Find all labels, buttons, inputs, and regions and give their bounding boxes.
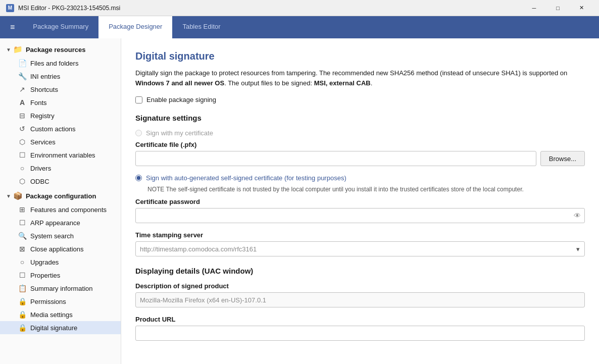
certificate-password-label: Certificate password bbox=[135, 198, 585, 205]
enable-signing-label[interactable]: Enable package signing bbox=[146, 96, 216, 103]
nav-tabs: Package Summary Package Designer Tables … bbox=[23, 16, 230, 38]
sidebar-item-services[interactable]: ⬡ Services bbox=[0, 135, 121, 148]
certificate-file-label: Certificate file (.pfx) bbox=[135, 141, 585, 148]
enable-signing-row: Enable package signing bbox=[135, 96, 585, 103]
sidebar-item-label: Custom actions bbox=[30, 125, 76, 133]
minimize-button[interactable]: ─ bbox=[523, 0, 545, 16]
registry-icon: ⊟ bbox=[18, 112, 26, 120]
sidebar-item-label: Shortcuts bbox=[30, 86, 58, 93]
sidebar-item-shortcuts[interactable]: ↗ Shortcuts bbox=[0, 83, 121, 96]
sidebar-item-ini-entries[interactable]: 🔧 INI entries bbox=[0, 70, 121, 83]
radio-row-my-certificate: Sign with my certificate bbox=[135, 129, 585, 137]
sidebar-item-label: Close applications bbox=[30, 245, 84, 253]
tab-package-summary[interactable]: Package Summary bbox=[23, 16, 98, 38]
sidebar-item-label: Permissions bbox=[30, 298, 66, 305]
app-icon: M bbox=[6, 4, 14, 12]
sidebar-item-digital-signature[interactable]: 🔒 Digital signature bbox=[0, 321, 121, 334]
sidebar-item-registry[interactable]: ⊟ Registry bbox=[0, 109, 121, 122]
sidebar-item-close-applications[interactable]: ⊠ Close applications bbox=[0, 242, 121, 255]
product-url-label: Product URL bbox=[135, 316, 585, 323]
window-controls: ─ □ ✕ bbox=[523, 0, 593, 16]
sidebar-item-files-and-folders[interactable]: 📄 Files and folders bbox=[0, 57, 121, 70]
sidebar-item-summary-information[interactable]: 📋 Summary information bbox=[0, 282, 121, 295]
sidebar-group-header-package-configuration[interactable]: ▼ 📦 Package configuration bbox=[0, 189, 121, 203]
sidebar-item-label: ODBC bbox=[30, 178, 49, 185]
permissions-icon: 🔒 bbox=[18, 297, 26, 305]
files-icon: 📄 bbox=[18, 59, 26, 67]
certificate-file-group: Certificate file (.pfx) Browse... bbox=[135, 141, 585, 166]
sidebar-item-label: System search bbox=[30, 232, 74, 240]
sidebar-item-odbc[interactable]: ⬡ ODBC bbox=[0, 175, 121, 188]
timestamp-server-group: Time stamping server ▾ bbox=[135, 231, 585, 256]
sidebar-item-properties[interactable]: ☐ Properties bbox=[0, 269, 121, 282]
sidebar-item-label: Services bbox=[30, 138, 56, 146]
product-url-input[interactable] bbox=[135, 326, 585, 341]
digital-signature-icon: 🔒 bbox=[18, 324, 26, 332]
sidebar-group-package-configuration: ▼ 📦 Package configuration ⊞ Features and… bbox=[0, 189, 121, 334]
enable-signing-checkbox[interactable] bbox=[135, 96, 142, 103]
media-icon: 🔒 bbox=[18, 310, 26, 319]
certificate-password-group: Certificate password 👁 bbox=[135, 198, 585, 223]
maximize-button[interactable]: □ bbox=[546, 0, 569, 16]
sidebar-group-label: Package resources bbox=[26, 46, 86, 54]
sidebar-group-label: Package configuration bbox=[26, 192, 96, 200]
description-signed-product-group: Description of signed product bbox=[135, 282, 585, 307]
tab-tables-editor[interactable]: Tables Editor bbox=[172, 16, 230, 38]
certificate-password-input[interactable] bbox=[135, 208, 585, 223]
upgrades-icon: ○ bbox=[18, 258, 26, 266]
sidebar-item-system-search[interactable]: 🔍 System search bbox=[0, 229, 121, 242]
sidebar-item-label: INI entries bbox=[30, 73, 60, 80]
sidebar-item-label: Properties bbox=[30, 272, 60, 279]
sidebar-item-arp-appearance[interactable]: ☐ ARP appearance bbox=[0, 216, 121, 229]
sidebar-item-drivers[interactable]: ○ Drivers bbox=[0, 162, 121, 175]
sidebar-item-label: Drivers bbox=[30, 165, 51, 172]
timestamp-server-wrapper: ▾ bbox=[135, 241, 585, 256]
sidebar-item-label: ARP appearance bbox=[30, 219, 80, 227]
arp-icon: ☐ bbox=[18, 219, 26, 227]
title-bar: M MSI Editor - PKG-230213-154505.msi ─ □… bbox=[0, 0, 599, 16]
browse-button[interactable]: Browse... bbox=[540, 151, 585, 166]
close-apps-icon: ⊠ bbox=[18, 245, 26, 253]
timestamp-server-input[interactable] bbox=[135, 241, 585, 256]
properties-icon: ☐ bbox=[18, 271, 26, 279]
sidebar-item-label: Fonts bbox=[30, 99, 47, 107]
show-password-icon[interactable]: 👁 bbox=[574, 212, 581, 220]
hamburger-menu[interactable]: ≡ bbox=[4, 19, 21, 36]
features-icon: ⊞ bbox=[18, 205, 26, 214]
tab-package-designer[interactable]: Package Designer bbox=[98, 16, 172, 38]
sidebar-item-environment-variables[interactable]: ☐ Environment variables bbox=[0, 148, 121, 162]
folder-icon: 📁 bbox=[13, 45, 23, 54]
sidebar-item-media-settings[interactable]: 🔒 Media settings bbox=[0, 308, 121, 321]
sidebar-item-label: Summary information bbox=[30, 285, 93, 292]
radio-self-signed[interactable] bbox=[135, 175, 142, 181]
odbc-icon: ⬡ bbox=[18, 177, 26, 185]
toggle-icon: ▼ bbox=[6, 47, 11, 53]
sidebar-item-fonts[interactable]: A Fonts bbox=[0, 96, 121, 109]
description-text: Digitally sign the package to protect re… bbox=[135, 68, 570, 88]
sidebar-group-header-package-resources[interactable]: ▼ 📁 Package resources bbox=[0, 42, 121, 57]
radio-my-certificate[interactable] bbox=[135, 130, 142, 136]
sidebar-item-permissions[interactable]: 🔒 Permissions bbox=[0, 295, 121, 308]
fonts-icon: A bbox=[18, 98, 26, 107]
description-signed-product-input[interactable] bbox=[135, 292, 585, 307]
radio-my-certificate-label: Sign with my certificate bbox=[146, 129, 213, 137]
sidebar-item-custom-actions[interactable]: ↺ Custom actions bbox=[0, 122, 121, 135]
toggle-icon: ▼ bbox=[6, 193, 11, 199]
sidebar-item-label: Media settings bbox=[30, 311, 73, 319]
sidebar-item-features-and-components[interactable]: ⊞ Features and components bbox=[0, 203, 121, 216]
certificate-file-input[interactable] bbox=[135, 151, 536, 166]
sidebar: ▼ 📁 Package resources 📄 Files and folder… bbox=[0, 38, 121, 364]
drivers-icon: ○ bbox=[18, 164, 26, 172]
sidebar-item-label: Features and components bbox=[30, 206, 107, 214]
sidebar-item-label: Digital signature bbox=[30, 324, 77, 332]
title-bar-text: MSI Editor - PKG-230213-154505.msi bbox=[18, 5, 523, 12]
summary-icon: 📋 bbox=[18, 284, 26, 292]
sidebar-item-label: Environment variables bbox=[30, 151, 95, 159]
close-button[interactable]: ✕ bbox=[570, 0, 593, 16]
sidebar-item-label: Files and folders bbox=[30, 60, 78, 67]
app-body: ▼ 📁 Package resources 📄 Files and folder… bbox=[0, 38, 599, 364]
menu-bar: ≡ Package Summary Package Designer Table… bbox=[0, 16, 599, 38]
timestamp-server-label: Time stamping server bbox=[135, 231, 585, 239]
radio-row-self-signed: Sign with auto-generated self-signed cer… bbox=[135, 174, 585, 182]
sidebar-item-upgrades[interactable]: ○ Upgrades bbox=[0, 255, 121, 269]
